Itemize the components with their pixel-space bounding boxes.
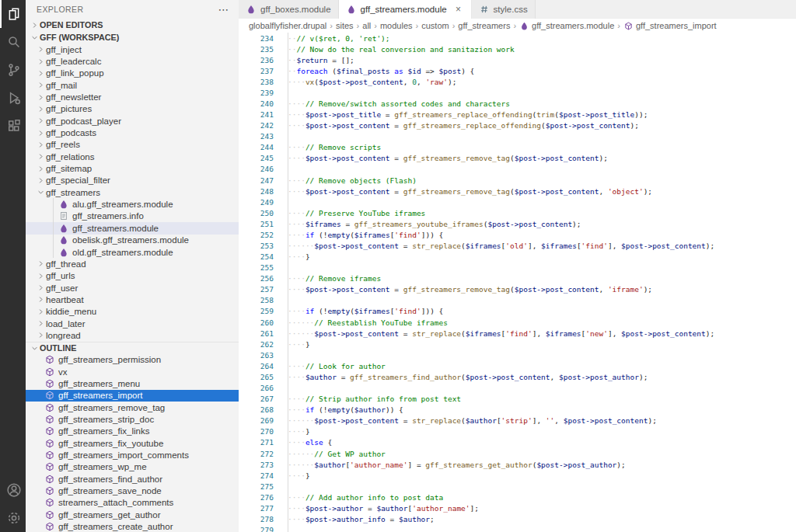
tree-file-alu.gff_streamers.module[interactable]: alu.gff_streamers.module (26, 198, 239, 210)
code-line-261[interactable]: 261······$post->post_content = str_repla… (239, 328, 796, 339)
tree-folder-gff_podcast_player[interactable]: gff_podcast_player (26, 115, 239, 127)
breadcrumb-item-custom[interactable]: custom (421, 21, 449, 30)
outline-item-gff_streamers_import_comments[interactable]: gff_streamers_import_comments (26, 449, 239, 461)
code-line-234[interactable]: 234··// v($ret, 0, 'ret'); (239, 33, 796, 43)
code-line-240[interactable]: 240····// Remove/switch assorted codes a… (239, 98, 796, 109)
tree-folder-gff_link_popup[interactable]: gff_link_popup (26, 68, 239, 79)
activity-source-control-button[interactable] (0, 56, 26, 84)
code-line-268[interactable]: 268····if (!empty($author)) { (239, 405, 796, 416)
code-line-264[interactable]: 264····// Look for author (239, 360, 796, 371)
outline-item-gff_streamers_fix_links[interactable]: gff_streamers_fix_links (26, 426, 239, 437)
code-line-236[interactable]: 236··$return = []; (239, 54, 796, 65)
outline-item-gff_streamers_permission[interactable]: gff_streamers_permission (26, 354, 239, 366)
code-line-238[interactable]: 238····vx($post->post_content, 0, 'raw')… (239, 76, 796, 87)
code-line-244[interactable]: 244····// Remove scripts (239, 142, 796, 153)
outline-item-gff_streamers_find_author[interactable]: gff_streamers_find_author (26, 473, 239, 485)
code-line-273[interactable]: 273······$author['author_name'] = gff_st… (239, 459, 796, 470)
code-line-266[interactable]: 266 (239, 383, 796, 394)
activity-search-button[interactable] (0, 28, 26, 56)
code-line-271[interactable]: 271····else { (239, 437, 796, 448)
code-line-277[interactable]: 277····$post->author = $author['author_n… (239, 502, 796, 513)
code-line-262[interactable]: 262····} (239, 339, 796, 349)
code-line-252[interactable]: 252····if (!empty($iframes['find'])) { (239, 229, 796, 240)
section-workspace[interactable]: GFF (WORKSPACE) (26, 31, 239, 43)
tree-folder-gff_newsletter[interactable]: gff_newsletter (26, 91, 239, 103)
tab-style.css[interactable]: style.css (472, 0, 536, 19)
activity-settings-button[interactable] (0, 504, 26, 532)
tab-gff_streamers.module[interactable]: gff_streamers.module× (339, 0, 472, 19)
code-line-260[interactable]: 260······// Reestablish YouTube iframes (239, 317, 796, 328)
code-line-241[interactable]: 241····$post->post_title = gff_streamers… (239, 110, 796, 120)
outline-item-gff_streamers_get_author[interactable]: gff_streamers_get_author (26, 509, 239, 520)
tree-folder-kiddie_menu[interactable]: kiddie_menu (26, 306, 239, 318)
breadcrumb-item-modules[interactable]: modules (380, 21, 413, 30)
code-line-274[interactable]: 274····} (239, 470, 796, 481)
code-line-245[interactable]: 245····$post->post_content = gff_streame… (239, 153, 796, 164)
tree-folder-gff_urls[interactable]: gff_urls (26, 270, 239, 282)
code-line-254[interactable]: 254····} (239, 252, 796, 263)
code-line-248[interactable]: 248····$post->post_content = gff_streame… (239, 186, 796, 196)
code-line-257[interactable]: 257····$post->post_content = gff_streame… (239, 284, 796, 295)
code-line-247[interactable]: 247····// Remove objects (Flash) (239, 175, 796, 186)
tree-folder-gff_special_filter[interactable]: gff_special_filter (26, 175, 239, 186)
outline-item-vx[interactable]: vx (26, 366, 239, 377)
outline-item-gff_streamers_import[interactable]: gff_streamers_import (26, 390, 239, 402)
tree-file-old.gff_streamers.module[interactable]: old.gff_streamers.module (26, 246, 239, 258)
code-line-267[interactable]: 267····// Strip author info from post te… (239, 394, 796, 405)
code-line-276[interactable]: 276····// Add author info to post data (239, 492, 796, 502)
tree-file-gff_streamers.module[interactable]: gff_streamers.module (26, 222, 239, 234)
tree-folder-gff_thread[interactable]: gff_thread (26, 258, 239, 269)
code-line-255[interactable]: 255 (239, 263, 796, 273)
section-open-editors[interactable]: OPEN EDITORS (26, 19, 239, 31)
code-line-253[interactable]: 253······$post->post_content = str_repla… (239, 240, 796, 251)
outline-item-gff_streamers_wp_me[interactable]: gff_streamers_wp_me (26, 461, 239, 473)
code-line-251[interactable]: 251····$iframes = gff_streamers_youtube_… (239, 218, 796, 229)
outline-item-gff_streamers_save_node[interactable]: gff_streamers_save_node (26, 485, 239, 496)
activity-account-button[interactable] (0, 476, 26, 504)
tab-gff_boxes.module[interactable]: gff_boxes.module (239, 0, 339, 19)
breadcrumb-item-gff_streamers_import[interactable]: gff_streamers_import (623, 21, 717, 31)
tree-folder-heartbeat[interactable]: heartbeat (26, 294, 239, 305)
tree-folder-longread[interactable]: longread (26, 329, 239, 341)
outline-item-streamers_attach_comments[interactable]: streamers_attach_comments (26, 497, 239, 509)
activity-explorer-button[interactable] (0, 0, 26, 28)
code-line-259[interactable]: 259····if (!empty($iframes['find'])) { (239, 306, 796, 317)
tree-folder-gff_inject[interactable]: gff_inject (26, 43, 239, 55)
tree-folder-gff_podcasts[interactable]: gff_podcasts (26, 127, 239, 138)
close-icon[interactable]: × (453, 4, 464, 15)
code-line-275[interactable]: 275 (239, 481, 796, 492)
outline-item-gff_streamers_remove_tag[interactable]: gff_streamers_remove_tag (26, 402, 239, 413)
code-line-242[interactable]: 242····$post->post_content = gff_streame… (239, 120, 796, 131)
tree-folder-gff_reels[interactable]: gff_reels (26, 139, 239, 151)
activity-extensions-button[interactable] (0, 112, 26, 140)
outline-item-gff_streamers_create_author[interactable]: gff_streamers_create_author (26, 520, 239, 532)
outline-item-gff_streamers_fix_youtube[interactable]: gff_streamers_fix_youtube (26, 437, 239, 449)
breadcrumb-item-globalflyfisher.drupal[interactable]: globalflyfisher.drupal (249, 21, 326, 30)
code-line-239[interactable]: 239 (239, 87, 796, 98)
more-actions-icon[interactable]: ⋯ (218, 5, 229, 13)
tree-folder-gff_leadercalc[interactable]: gff_leadercalc (26, 55, 239, 67)
code-line-263[interactable]: 263 (239, 349, 796, 360)
code-line-269[interactable]: 269······$post->post_content = str_repla… (239, 416, 796, 426)
tree-file-obelisk.gff_streamers.module[interactable]: obelisk.gff_streamers.module (26, 235, 239, 246)
code-line-235[interactable]: 235··// Now do the real conversion and s… (239, 43, 796, 54)
code-line-237[interactable]: 237··foreach ($final_posts as $id => $po… (239, 65, 796, 76)
tree-folder-load_later[interactable]: load_later (26, 318, 239, 329)
activity-run-debug-button[interactable] (0, 84, 26, 112)
breadcrumb-item-sites[interactable]: sites (336, 21, 354, 30)
tree-folder-gff_mail[interactable]: gff_mail (26, 79, 239, 91)
breadcrumb-item-gff_streamers.module[interactable]: gff_streamers.module (519, 21, 614, 31)
tree-folder-gff_relations[interactable]: gff_relations (26, 151, 239, 162)
tree-folder-gff_user[interactable]: gff_user (26, 282, 239, 294)
code-line-258[interactable]: 258 (239, 295, 796, 306)
code-line-246[interactable]: 246 (239, 164, 796, 175)
code-line-265[interactable]: 265····$author = gff_streamers_find_auth… (239, 371, 796, 382)
code-editor[interactable]: 234··// v($ret, 0, 'ret');235··// Now do… (239, 33, 796, 532)
code-line-270[interactable]: 270····} (239, 426, 796, 437)
tree-folder-gff_streamers[interactable]: gff_streamers (26, 186, 239, 198)
breadcrumb-item-gff_streamers[interactable]: gff_streamers (458, 21, 510, 30)
code-line-279[interactable]: 279 (239, 525, 796, 532)
code-line-272[interactable]: 272······// Get WP author (239, 448, 796, 459)
outline-item-gff_streamers_strip_doc[interactable]: gff_streamers_strip_doc (26, 413, 239, 425)
tree-file-gff_streamers.info[interactable]: gff_streamers.info (26, 210, 239, 222)
